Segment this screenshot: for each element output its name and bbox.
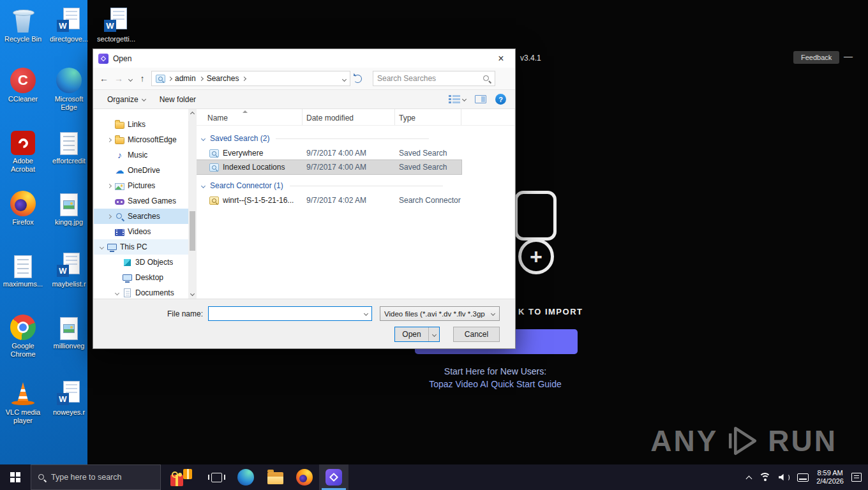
document-icon <box>60 132 78 155</box>
quick-start-guide-link[interactable]: Topaz Video AI Quick Start Guide <box>368 379 623 389</box>
taskbar-gift-button[interactable] <box>161 464 202 490</box>
desktop-icon-kingq[interactable]: kingq.jpg <box>47 187 91 226</box>
sidebar-item-microsoftedge[interactable]: MicrosoftEdge <box>94 132 188 147</box>
watermark-any: ANY <box>650 424 718 458</box>
change-view-button[interactable] <box>449 95 466 103</box>
sidebar-item-music[interactable]: ♪ Music <box>94 147 188 163</box>
windows-logo-icon <box>10 472 21 483</box>
desktop-icon-firefox[interactable]: Firefox <box>1 187 45 226</box>
pictures-icon <box>115 183 124 190</box>
sidebar-item-3d-objects[interactable]: 3D Objects <box>94 255 188 270</box>
action-center-icon[interactable] <box>851 473 862 482</box>
search-icon[interactable] <box>483 75 491 83</box>
desktop-icon-maybelist[interactable]: W maybelist.r <box>47 249 91 288</box>
new-folder-button[interactable]: New folder <box>154 93 201 107</box>
scroll-up-icon[interactable] <box>190 112 194 116</box>
scrollbar-thumb[interactable] <box>190 211 195 251</box>
collapse-group-icon[interactable] <box>201 183 206 188</box>
taskbar-clock[interactable]: 8:59 AM 2/4/2026 <box>816 469 844 486</box>
desktop-icon-noweyes[interactable]: W noweyes.r <box>47 377 91 417</box>
sidebar-item-pictures[interactable]: Pictures <box>94 178 188 193</box>
start-button[interactable] <box>0 464 31 490</box>
refresh-icon[interactable] <box>354 75 362 83</box>
saved-search-icon <box>209 149 219 158</box>
open-button[interactable]: Open <box>394 327 440 342</box>
column-header-date-modified[interactable]: Date modified <box>303 109 395 125</box>
group-header-saved-search[interactable]: Saved Search (2) <box>197 131 514 146</box>
desktop-icon-maximums[interactable]: maximums... <box>1 249 45 288</box>
sidebar-item-documents[interactable]: Documents <box>94 285 188 299</box>
desktop-icon-millionveg[interactable]: millionveg <box>47 311 91 350</box>
firefox-icon <box>296 469 313 486</box>
breadcrumb-segment-searches[interactable]: Searches <box>207 74 239 83</box>
watermark-run: RUN <box>768 424 837 458</box>
column-header-name[interactable]: Name <box>197 109 303 125</box>
desktop-icon-effortcredit[interactable]: effortcredit <box>47 126 91 165</box>
forward-button[interactable]: → <box>113 73 124 84</box>
file-type-dropdown-icon <box>488 308 498 320</box>
group-header-search-connector[interactable]: Search Connector (1) <box>197 178 514 193</box>
desktop-icon-directgove[interactable]: W directgove... <box>47 4 91 43</box>
file-name-dropdown-icon[interactable] <box>361 307 371 320</box>
hidden-icons-chevron-icon[interactable] <box>746 475 752 482</box>
file-row-indexed-locations[interactable]: Indexed Locations 9/7/2017 4:00 AM Saved… <box>197 160 461 174</box>
desktop-icon-edge[interactable]: Microsoft Edge <box>47 64 91 112</box>
file-row-winrt[interactable]: winrt--{S-1-5-21-16... 9/7/2017 4:02 AM … <box>197 193 461 207</box>
word-doc-icon: W <box>57 253 81 278</box>
sidebar-item-onedrive[interactable]: ☁ OneDrive <box>94 163 188 178</box>
search-placeholder: Search Searches <box>377 74 483 83</box>
open-dropdown-icon[interactable] <box>428 327 439 341</box>
file-name-combo <box>208 306 372 321</box>
up-button[interactable]: ↑ <box>137 73 148 84</box>
preview-pane-icon[interactable] <box>475 95 486 103</box>
folder-icon <box>115 137 124 144</box>
sidebar-item-searches[interactable]: Searches <box>94 209 188 224</box>
sidebar-item-this-pc[interactable]: This PC <box>94 239 188 255</box>
volume-icon[interactable] <box>779 473 789 481</box>
dialog-search-input[interactable]: Search Searches <box>373 71 495 86</box>
desktop-icon-recycle-bin[interactable]: Recycle Bin <box>1 4 45 43</box>
file-name-input[interactable] <box>208 306 372 321</box>
task-view-button[interactable] <box>202 464 231 490</box>
address-bar[interactable]: admin Searches <box>151 71 350 86</box>
taskbar-topaz-button[interactable] <box>319 464 348 490</box>
desktop-icon-ccleaner[interactable]: C CCleaner <box>1 64 45 103</box>
cancel-button[interactable]: Cancel <box>453 327 500 342</box>
back-button[interactable]: ← <box>98 73 110 84</box>
help-icon[interactable]: ? <box>495 94 506 105</box>
column-header-type[interactable]: Type <box>395 109 461 125</box>
taskbar-file-explorer-button[interactable] <box>260 464 290 490</box>
collapse-group-icon[interactable] <box>201 136 206 140</box>
minimize-icon[interactable]: — <box>844 51 853 61</box>
dialog-titlebar[interactable]: Open × <box>93 49 515 68</box>
taskbar-edge-button[interactable] <box>231 464 260 490</box>
breadcrumb-chevron-icon <box>242 76 246 80</box>
dialog-title: Open <box>113 54 131 63</box>
sidebar-item-videos[interactable]: Videos <box>94 224 188 239</box>
sidebar-item-links[interactable]: Links <box>94 117 188 132</box>
touch-keyboard-icon[interactable] <box>797 473 809 482</box>
breadcrumb-segment-admin[interactable]: admin <box>175 74 196 83</box>
file-name-label: File name: <box>93 309 208 318</box>
sidebar-item-desktop[interactable]: Desktop <box>94 270 188 285</box>
import-plus-icon[interactable]: + <box>518 239 554 274</box>
file-type-select[interactable]: Video files (*.avi *.dv *.flv *.3gp <box>380 306 500 321</box>
desktop-icon-sectorgetti[interactable]: W sectorgetti... <box>94 4 138 43</box>
desktop-icon-chrome[interactable]: Google Chrome <box>1 311 45 359</box>
file-explorer-icon <box>267 472 283 484</box>
organize-button[interactable]: Organize <box>102 93 151 107</box>
file-row-everywhere[interactable]: Everywhere 9/7/2017 4:00 AM Saved Search <box>197 146 461 160</box>
taskbar-firefox-button[interactable] <box>290 464 319 490</box>
close-icon[interactable]: × <box>492 53 510 64</box>
feedback-button[interactable]: Feedback <box>793 51 839 64</box>
scroll-down-icon[interactable] <box>190 292 194 296</box>
sidebar-scrollbar[interactable] <box>188 109 197 299</box>
sidebar-item-saved-games[interactable]: Saved Games <box>94 193 188 209</box>
desktop-icon-acrobat[interactable]: Adobe Acrobat <box>1 126 45 174</box>
music-icon: ♪ <box>117 151 122 160</box>
desktop-icon-vlc[interactable]: VLC media player <box>1 377 45 425</box>
recent-locations-dropdown-icon[interactable] <box>128 74 133 83</box>
taskbar-search-input[interactable]: Type here to search <box>31 464 161 490</box>
address-dropdown-icon[interactable] <box>343 74 346 83</box>
network-wifi-icon[interactable] <box>759 473 771 482</box>
